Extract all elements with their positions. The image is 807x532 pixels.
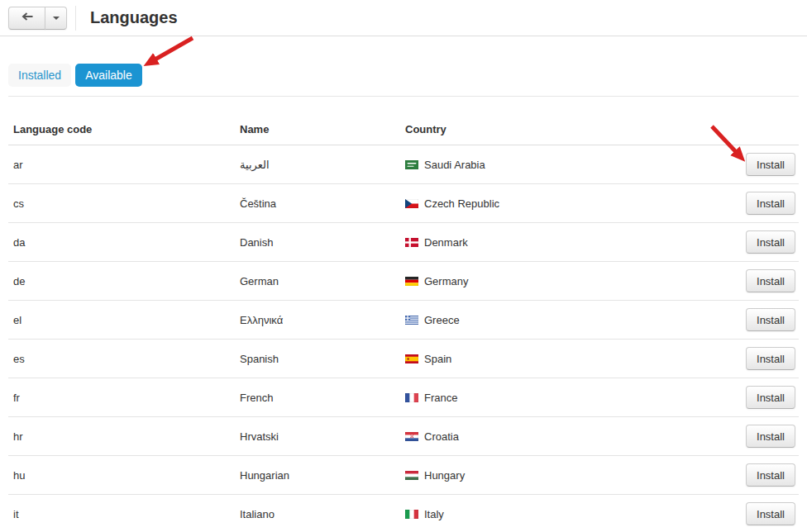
country-cell: Greece	[405, 314, 746, 326]
country-label: Denmark	[424, 236, 468, 249]
country-cell: Saudi Arabia	[405, 159, 746, 171]
country-cell: Czech Republic	[405, 197, 746, 210]
country-cell: Italy	[405, 508, 746, 520]
column-header-country: Country	[405, 123, 799, 135]
country-label: Greece	[424, 314, 460, 326]
country-cell: Spain	[405, 353, 746, 365]
caret-down-icon	[53, 17, 60, 20]
annotation-arrow-available-tab	[152, 38, 193, 61]
language-code-cell: fr	[8, 392, 240, 404]
table-row: fr French France Install	[8, 378, 799, 417]
back-button-group	[8, 7, 67, 30]
language-code-cell: da	[8, 236, 240, 249]
flag-icon-fr	[405, 393, 418, 402]
table-row: cs Čeština Czech Republic Install	[8, 184, 799, 223]
country-cell: France	[405, 392, 746, 404]
language-name-cell: Danish	[240, 236, 405, 249]
back-dropdown-button[interactable]	[45, 7, 67, 30]
table-row: es Spanish Spain Install	[8, 340, 799, 378]
tab-installed[interactable]: Installed	[8, 64, 71, 87]
language-code-cell: it	[8, 508, 240, 520]
table-row: hr Hrvatski Croatia Install	[8, 417, 799, 456]
country-cell: Croatia	[405, 430, 746, 443]
language-name-cell: Čeština	[240, 197, 405, 210]
language-code-cell: cs	[8, 197, 240, 210]
install-button[interactable]: Install	[746, 153, 795, 176]
country-label: Germany	[424, 275, 468, 287]
country-cell: Denmark	[405, 236, 746, 249]
install-button[interactable]: Install	[746, 463, 795, 487]
table-body: ar العربية Saudi Arabia Install cs Češti…	[8, 145, 799, 532]
language-code-cell: ar	[8, 159, 240, 171]
install-button[interactable]: Install	[746, 347, 795, 370]
table-row: da Danish Denmark Install	[8, 223, 799, 262]
install-button[interactable]: Install	[746, 386, 795, 409]
toolbar-separator	[75, 6, 76, 31]
country-cell: Germany	[405, 275, 746, 287]
language-code-cell: hu	[8, 469, 240, 482]
flag-icon-hr	[405, 432, 418, 441]
table-header: Language code Name Country	[8, 97, 799, 145]
country-label: France	[424, 392, 457, 404]
column-header-language-code: Language code	[8, 123, 240, 135]
flag-icon-de	[405, 277, 418, 286]
back-button[interactable]	[8, 7, 45, 30]
flag-icon-cz	[405, 199, 418, 208]
language-name-cell: Hungarian	[240, 469, 405, 482]
install-button[interactable]: Install	[746, 269, 795, 292]
country-label: Czech Republic	[424, 197, 499, 210]
flag-icon-dk	[405, 238, 418, 247]
main-content: Installed Available Language code Name C…	[8, 64, 799, 532]
flag-icon-hu	[405, 471, 418, 480]
table-row: de German Germany Install	[8, 262, 799, 301]
column-header-name: Name	[240, 123, 405, 135]
table-row: ar العربية Saudi Arabia Install	[8, 145, 799, 184]
page-title: Languages	[90, 8, 178, 27]
install-button[interactable]: Install	[746, 425, 795, 448]
language-code-cell: de	[8, 275, 240, 287]
language-code-cell: es	[8, 353, 240, 365]
language-name-cell: Hrvatski	[240, 430, 405, 443]
country-label: Hungary	[424, 469, 465, 482]
country-cell: Hungary	[405, 469, 746, 482]
install-button[interactable]: Install	[746, 230, 795, 254]
install-button[interactable]: Install	[746, 308, 795, 331]
table-row: it Italiano Italy Install	[8, 495, 799, 532]
tab-available[interactable]: Available	[75, 64, 142, 87]
language-name-cell: French	[240, 392, 405, 404]
install-button[interactable]: Install	[746, 192, 795, 215]
language-code-cell: el	[8, 314, 240, 326]
language-name-cell: العربية	[240, 159, 405, 171]
language-name-cell: Ελληνικά	[240, 314, 405, 326]
language-name-cell: Spanish	[240, 353, 405, 365]
country-label: Croatia	[424, 430, 459, 443]
language-name-cell: Italiano	[240, 508, 405, 520]
country-label: Saudi Arabia	[424, 159, 485, 171]
language-code-cell: hr	[8, 430, 240, 443]
language-name-cell: German	[240, 275, 405, 287]
toolbar: Languages	[0, 0, 807, 36]
flag-icon-sa	[405, 160, 418, 169]
install-button[interactable]: Install	[746, 502, 795, 525]
table-row: el Ελληνικά Greece Install	[8, 301, 799, 340]
flag-icon-es	[405, 354, 418, 363]
country-label: Spain	[424, 353, 451, 365]
table-row: hu Hungarian Hungary Install	[8, 456, 799, 495]
back-arrow-icon	[21, 11, 34, 25]
tab-bar: Installed Available	[8, 64, 799, 87]
flag-icon-gr	[405, 316, 418, 325]
flag-icon-it	[405, 510, 418, 519]
country-label: Italy	[424, 508, 444, 520]
